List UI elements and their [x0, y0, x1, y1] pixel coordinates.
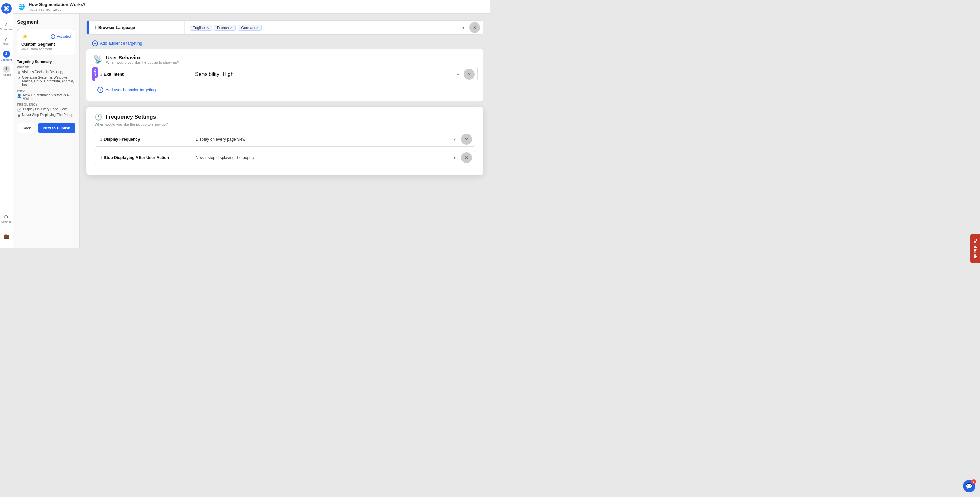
page-title: How Segmentation Works?: [29, 2, 86, 7]
segment-description: My custom segment: [21, 47, 71, 51]
frequency-settings-card: 🕐 Frequency Settings When would you like…: [86, 107, 483, 175]
remove-stop-displaying-button[interactable]: ✕: [461, 152, 472, 163]
display-frequency-value[interactable]: Display on every page view ▾: [190, 132, 461, 147]
dropdown-arrow-icon: ▾: [457, 72, 459, 76]
sidebar-item-briefcase[interactable]: 💼: [0, 229, 13, 243]
dropdown-arrow-icon: ▾: [453, 155, 456, 160]
sidebar-title: Segment: [17, 19, 75, 25]
dropdown-arrow-icon: ▾: [463, 25, 465, 30]
remove-english-button[interactable]: ✕: [206, 26, 209, 30]
user-behavior-subtitle: When would you like the popup to show up…: [106, 60, 179, 64]
step-number: 4: [3, 66, 10, 73]
display-frequency-row: ℹ Display Frequency Display on every pag…: [95, 132, 475, 147]
sidebar-item-label: Publish: [2, 73, 11, 76]
stop-displaying-label: ℹ Stop Displaying After User Action: [95, 150, 190, 165]
user-behavior-icon: 📡: [93, 55, 102, 64]
info-icon: ℹ: [100, 72, 102, 76]
row-accent-bar-purple: ANY: [92, 67, 95, 81]
row-accent-bar: [87, 21, 89, 34]
browser-language-label: ℹ Browser Language: [89, 21, 185, 34]
exit-intent-container: ANY ℹ Exit Intent Sensibility: High ▾ ✕ …: [86, 67, 483, 99]
sidebar-item-label: Segment: [1, 58, 11, 61]
clock-icon: 🕐: [17, 108, 22, 112]
frequency-label: FREQUENCY: [17, 103, 75, 106]
remove-german-button[interactable]: ✕: [256, 26, 259, 30]
frequency-subtitle: When would you like the popup to show up…: [95, 122, 475, 126]
any-badge: ANY: [92, 67, 98, 78]
info-icon: ℹ: [95, 25, 96, 30]
summary-visitors: 👤 New Or Returning Visitors is All Visit…: [17, 93, 75, 101]
summary-display: 🕐 Display On Every Page View.: [17, 107, 75, 112]
user-behavior-header: 📡 User Behavior When would you like the …: [86, 49, 483, 67]
segment-name: Custom Segment: [21, 42, 71, 47]
sidebar-panel: Segment ⚡ ✓ Activated Custom Segment My …: [13, 14, 80, 248]
sidebar-item-segment[interactable]: 3 Segment: [0, 49, 13, 63]
step-number: 3: [3, 51, 10, 57]
summary-os: 🖥 Operating System is Windows, Macos, Li…: [17, 76, 75, 87]
app-logo[interactable]: [2, 3, 11, 14]
style-icon: ✓: [5, 37, 8, 42]
visitor-icon: 👤: [17, 94, 22, 98]
remove-display-frequency-button[interactable]: ✕: [461, 134, 472, 145]
sidebar-item-label: Style: [3, 43, 10, 46]
info-icon: ℹ: [100, 137, 102, 142]
tag-french[interactable]: French ✕: [214, 24, 236, 31]
plus-circle-icon: +: [92, 40, 98, 46]
stop-icon: 🖥: [17, 113, 21, 118]
briefcase-icon: 💼: [3, 233, 9, 239]
settings-icon: ⚙: [4, 214, 8, 220]
where-label: WHERE: [17, 66, 75, 69]
sidebar-buttons: Back Next to Publish: [17, 123, 75, 133]
stop-displaying-row: ℹ Stop Displaying After User Action Neve…: [95, 150, 475, 165]
exit-intent-row: ANY ℹ Exit Intent Sensibility: High ▾ ✕: [92, 67, 478, 81]
remove-exit-intent-button[interactable]: ✕: [464, 69, 475, 80]
dropdown-arrow-icon: ▾: [453, 137, 456, 142]
browser-language-row: ℹ Browser Language English ✕ French ✕ Ge…: [86, 21, 483, 35]
user-behavior-title: User Behavior: [106, 54, 179, 60]
remove-french-button[interactable]: ✕: [230, 26, 233, 30]
remove-browser-language-button[interactable]: ✕: [469, 22, 480, 33]
sidebar-item-customize[interactable]: ✓ Customize: [0, 19, 13, 33]
user-behavior-section: 📡 User Behavior When would you like the …: [86, 49, 483, 101]
back-button[interactable]: Back: [17, 123, 36, 133]
exit-intent-value[interactable]: Sensibility: High ▾: [190, 68, 464, 81]
check-icon: ✓: [51, 34, 56, 39]
top-header: 🌐 How Segmentation Works? focusfirst.net…: [13, 0, 490, 14]
stop-displaying-value[interactable]: Never stop displaying the popup ▾: [190, 150, 461, 165]
sidebar-item-publish[interactable]: 4 Publish: [0, 64, 13, 78]
page-subtitle: focusfirst.netlify.app: [29, 7, 86, 11]
segment-card: ⚡ ✓ Activated Custom Segment My custom s…: [17, 29, 75, 56]
lightning-icon: ⚡: [21, 33, 28, 40]
add-behavior-targeting-link[interactable]: + Add user behavior targeting: [92, 84, 478, 96]
main-content: ℹ Browser Language English ✕ French ✕ Ge…: [80, 14, 490, 248]
frequency-header: 🕐 Frequency Settings: [95, 113, 475, 121]
plus-circle-icon: +: [97, 87, 103, 93]
os-icon: 🖥: [17, 76, 21, 80]
info-icon: ℹ: [100, 156, 102, 160]
device-icon: 🖥: [17, 70, 21, 75]
frequency-icon: 🕐: [95, 113, 102, 121]
sidebar-item-settings[interactable]: ⚙ Settings: [0, 212, 13, 225]
summary-never-stop: 🖥 Never Stop Displaying The Popup: [17, 113, 75, 118]
frequency-title: Frequency Settings: [105, 114, 156, 120]
settings-label: Settings: [2, 220, 11, 223]
globe-icon: 🌐: [18, 3, 25, 10]
customize-icon: ✓: [5, 21, 8, 27]
browser-language-values[interactable]: English ✕ French ✕ German ✕ ▾: [185, 21, 469, 34]
activated-badge: ✓ Activated: [51, 34, 71, 39]
who-label: WHO: [17, 89, 75, 92]
left-navigation: ✓ Customize ✓ Style 3 Segment 4 Publish …: [0, 0, 13, 248]
exit-intent-label: ℹ Exit Intent: [95, 68, 190, 81]
display-frequency-label: ℹ Display Frequency: [95, 132, 190, 147]
tag-english[interactable]: English ✕: [189, 24, 212, 31]
summary-device: 🖥 Visitor's Device is Desktop,: [17, 70, 75, 75]
targeting-summary-title: Targeting Summary: [17, 60, 75, 64]
sidebar-item-label: Customize: [0, 27, 13, 31]
tag-german[interactable]: German ✕: [238, 24, 262, 31]
sidebar-item-style[interactable]: ✓ Style: [0, 34, 13, 48]
add-audience-targeting-link[interactable]: + Add audience targeting: [86, 37, 483, 49]
next-to-publish-button[interactable]: Next to Publish: [38, 123, 75, 133]
